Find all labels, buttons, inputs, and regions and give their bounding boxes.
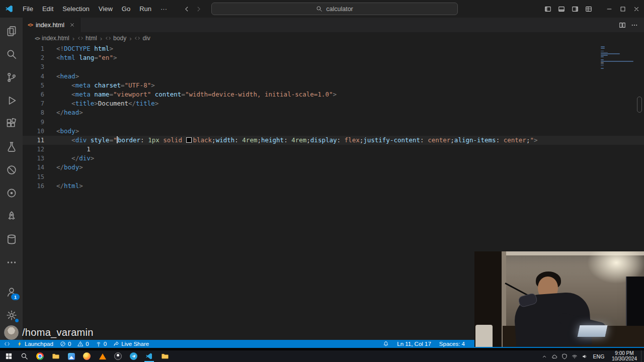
cloud-icon[interactable]: [549, 353, 559, 359]
remote-icon[interactable]: [0, 158, 23, 182]
menu-go[interactable]: Go: [117, 0, 135, 18]
broadcast-status[interactable]: 0: [96, 341, 107, 347]
nav-back-icon[interactable]: [183, 6, 190, 13]
clock[interactable]: 9:00 PM 10/30/2024: [608, 351, 641, 361]
menu-view[interactable]: View: [94, 0, 117, 18]
menu-edit[interactable]: Edit: [38, 0, 58, 18]
code-text[interactable]: <meta name="viewport" content="width=dev…: [44, 90, 337, 99]
breadcrumb-label: div: [142, 35, 150, 42]
toggle-panel-right-button[interactable]: [568, 0, 582, 18]
vscode-window: FileEditSelectionViewGoRun··· calculator…: [0, 0, 644, 362]
live-share-icon[interactable]: [0, 182, 23, 205]
warnings-status[interactable]: 0: [77, 341, 89, 347]
webcam-overlay: [474, 251, 644, 347]
file-explorer-icon[interactable]: [48, 350, 63, 362]
errors-status[interactable]: 0: [60, 341, 71, 347]
bell-status[interactable]: [383, 341, 389, 347]
breadcrumb-label: body: [113, 35, 126, 42]
launchpad-bolt-icon: [17, 341, 23, 347]
settings-icon[interactable]: [0, 304, 23, 327]
close-tab-icon[interactable]: [69, 22, 75, 28]
toggle-panel-left-button[interactable]: [541, 0, 554, 18]
spaces-4[interactable]: Spaces: 4: [439, 341, 465, 347]
breadcrumb-index-html[interactable]: <>index.html: [34, 35, 70, 42]
code-text[interactable]: <div style="border: 1px solid black;widt…: [44, 136, 537, 145]
chrome-icon[interactable]: [32, 350, 48, 362]
breadcrumb-label: index.html: [42, 35, 69, 42]
breadcrumb-body[interactable]: body: [104, 35, 127, 42]
command-center-search[interactable]: calculator: [211, 3, 458, 15]
testing-icon[interactable]: [0, 135, 23, 158]
split-editor-icon[interactable]: [619, 22, 626, 29]
code-text[interactable]: <body>: [44, 127, 79, 136]
code-text[interactable]: <head>: [44, 72, 79, 81]
code-line-1: 1<!DOCTYPE html>: [23, 44, 644, 53]
start-button[interactable]: [1, 350, 17, 362]
accounts-icon[interactable]: 1: [0, 281, 23, 304]
shield-icon[interactable]: [559, 353, 570, 359]
photos-icon[interactable]: [63, 350, 79, 362]
extensions-icon[interactable]: [0, 112, 23, 135]
vlc-icon[interactable]: [95, 350, 110, 362]
search-icon[interactable]: [0, 43, 23, 66]
tab-bar: <> index.html: [23, 18, 644, 32]
code-text[interactable]: <title>Document</title>: [44, 99, 158, 108]
breadcrumb-separator-icon: ›: [72, 35, 75, 42]
code-text[interactable]: </div>: [44, 154, 94, 163]
more-views-icon[interactable]: [0, 251, 23, 274]
obs-icon[interactable]: [110, 350, 126, 362]
code-text[interactable]: </html>: [44, 182, 83, 191]
toggle-panel-bottom-button[interactable]: [554, 0, 568, 18]
rocket-icon[interactable]: [0, 205, 23, 228]
remote-indicator-status[interactable]: [4, 341, 10, 347]
html-file-icon: <>: [28, 22, 33, 28]
firefox-icon[interactable]: [79, 350, 95, 362]
customize-layout-button[interactable]: [582, 0, 595, 18]
code-text[interactable]: </head>: [44, 108, 83, 117]
vscode-icon[interactable]: [141, 350, 157, 362]
wifi-icon[interactable]: [570, 353, 580, 359]
nav-forward-icon[interactable]: [195, 6, 202, 13]
documents-folder-icon[interactable]: [157, 350, 173, 362]
breadcrumb-div[interactable]: div: [133, 35, 151, 42]
breadcrumb-html[interactable]: html: [76, 35, 98, 42]
chevron-up-icon[interactable]: [539, 353, 549, 359]
explorer-icon[interactable]: [0, 20, 23, 43]
code-text[interactable]: <html lang="en">: [44, 53, 117, 62]
menu-more[interactable]: ···: [156, 0, 172, 18]
tab-index-html[interactable]: <> index.html: [23, 18, 80, 32]
run-debug-icon[interactable]: [0, 89, 23, 112]
code-line-13: 13 </div>: [23, 154, 644, 163]
menu-file[interactable]: File: [18, 0, 38, 18]
code-line-14: 14</body>: [23, 163, 644, 172]
minimize-button[interactable]: [602, 0, 616, 18]
live-share-status[interactable]: Live Share: [113, 341, 149, 347]
telegram-icon[interactable]: [126, 350, 141, 362]
status-label: Spaces: 4: [439, 341, 465, 347]
editor-more-actions-icon[interactable]: [631, 22, 638, 29]
database-icon[interactable]: [0, 228, 23, 251]
show-desktop-button[interactable]: [641, 350, 644, 362]
tab-label: index.html: [36, 22, 64, 29]
line-number: 6: [23, 90, 44, 99]
launchpad-bolt-status[interactable]: Launchpad: [17, 341, 53, 347]
symbol-element-icon: [134, 35, 140, 41]
broadcast-icon: [96, 341, 102, 347]
minimap[interactable]: [601, 46, 636, 69]
close-button[interactable]: [629, 0, 643, 18]
color-swatch[interactable]: [186, 137, 192, 143]
volume-icon[interactable]: [580, 353, 590, 359]
code-text[interactable]: <meta charset="UTF-8">: [44, 81, 155, 90]
language-indicator[interactable]: ENG: [590, 353, 608, 359]
ln-11-col-17[interactable]: Ln 11, Col 17: [397, 341, 431, 347]
code-text[interactable]: 1: [44, 145, 91, 154]
menu-selection[interactable]: Selection: [58, 0, 94, 18]
code-text[interactable]: <!DOCTYPE html>: [44, 44, 113, 53]
maximize-button[interactable]: [616, 0, 629, 18]
search-icon[interactable]: [17, 350, 32, 362]
source-control-icon[interactable]: [0, 66, 23, 89]
editor-actions: [619, 18, 644, 32]
menu-run[interactable]: Run: [135, 0, 156, 18]
code-text[interactable]: </body>: [44, 163, 83, 172]
scrollbar-thumb[interactable]: [637, 97, 642, 113]
